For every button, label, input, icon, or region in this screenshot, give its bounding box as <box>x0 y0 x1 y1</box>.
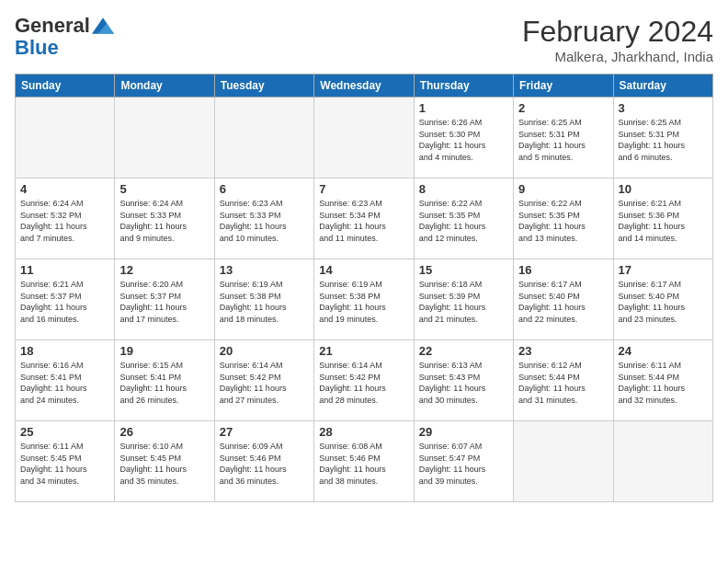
day-info: Sunrise: 6:19 AM Sunset: 5:38 PM Dayligh… <box>220 279 309 325</box>
day-number: 23 <box>518 344 608 358</box>
calendar-week-3: 11Sunrise: 6:21 AM Sunset: 5:37 PM Dayli… <box>16 259 713 340</box>
day-info: Sunrise: 6:14 AM Sunset: 5:42 PM Dayligh… <box>319 360 408 406</box>
calendar-cell <box>214 98 313 178</box>
header: General Blue February 2024 Malkera, Jhar… <box>15 15 713 64</box>
day-number: 3 <box>619 101 708 115</box>
title-block: February 2024 Malkera, Jharkhand, India <box>522 15 713 64</box>
calendar-header-row: SundayMondayTuesdayWednesdayThursdayFrid… <box>16 75 713 98</box>
day-number: 11 <box>20 263 109 277</box>
calendar-cell <box>115 98 214 178</box>
calendar-cell: 19Sunrise: 6:15 AM Sunset: 5:41 PM Dayli… <box>115 340 214 421</box>
day-info: Sunrise: 6:17 AM Sunset: 5:40 PM Dayligh… <box>619 279 708 325</box>
day-number: 10 <box>619 182 708 196</box>
calendar-cell: 22Sunrise: 6:13 AM Sunset: 5:43 PM Dayli… <box>414 340 513 421</box>
subtitle: Malkera, Jharkhand, India <box>522 49 713 64</box>
main-title: February 2024 <box>522 15 713 49</box>
day-number: 2 <box>518 101 608 115</box>
calendar-cell: 16Sunrise: 6:17 AM Sunset: 5:40 PM Dayli… <box>514 259 613 340</box>
weekday-header-monday: Monday <box>115 75 214 98</box>
day-info: Sunrise: 6:21 AM Sunset: 5:37 PM Dayligh… <box>20 279 109 325</box>
calendar-cell: 6Sunrise: 6:23 AM Sunset: 5:33 PM Daylig… <box>214 178 313 259</box>
logo: General Blue <box>15 15 114 59</box>
day-number: 13 <box>220 263 309 277</box>
calendar-week-1: 1Sunrise: 6:26 AM Sunset: 5:30 PM Daylig… <box>16 98 713 178</box>
calendar-cell: 5Sunrise: 6:24 AM Sunset: 5:33 PM Daylig… <box>115 178 214 259</box>
calendar-cell: 24Sunrise: 6:11 AM Sunset: 5:44 PM Dayli… <box>613 340 712 421</box>
day-info: Sunrise: 6:23 AM Sunset: 5:33 PM Dayligh… <box>220 198 309 244</box>
calendar-cell: 1Sunrise: 6:26 AM Sunset: 5:30 PM Daylig… <box>414 98 513 178</box>
calendar-cell: 27Sunrise: 6:09 AM Sunset: 5:46 PM Dayli… <box>214 421 313 502</box>
calendar-table: SundayMondayTuesdayWednesdayThursdayFrid… <box>15 74 713 502</box>
day-number: 18 <box>20 344 109 358</box>
logo-text-blue: Blue <box>15 37 59 59</box>
day-info: Sunrise: 6:11 AM Sunset: 5:44 PM Dayligh… <box>619 360 708 406</box>
calendar-cell: 18Sunrise: 6:16 AM Sunset: 5:41 PM Dayli… <box>16 340 115 421</box>
weekday-header-tuesday: Tuesday <box>214 75 313 98</box>
day-number: 28 <box>319 425 408 439</box>
calendar-cell: 20Sunrise: 6:14 AM Sunset: 5:42 PM Dayli… <box>214 340 313 421</box>
calendar-cell: 25Sunrise: 6:11 AM Sunset: 5:45 PM Dayli… <box>16 421 115 502</box>
day-number: 20 <box>220 344 309 358</box>
day-info: Sunrise: 6:13 AM Sunset: 5:43 PM Dayligh… <box>419 360 508 406</box>
calendar-week-5: 25Sunrise: 6:11 AM Sunset: 5:45 PM Dayli… <box>16 421 713 502</box>
day-info: Sunrise: 6:20 AM Sunset: 5:37 PM Dayligh… <box>119 279 209 325</box>
day-info: Sunrise: 6:26 AM Sunset: 5:30 PM Dayligh… <box>419 117 508 163</box>
day-info: Sunrise: 6:24 AM Sunset: 5:32 PM Dayligh… <box>20 198 109 244</box>
day-info: Sunrise: 6:22 AM Sunset: 5:35 PM Dayligh… <box>419 198 508 244</box>
day-info: Sunrise: 6:09 AM Sunset: 5:46 PM Dayligh… <box>220 441 309 487</box>
day-number: 21 <box>319 344 408 358</box>
calendar-cell: 2Sunrise: 6:25 AM Sunset: 5:31 PM Daylig… <box>514 98 613 178</box>
day-number: 5 <box>119 182 209 196</box>
day-number: 7 <box>319 182 408 196</box>
day-info: Sunrise: 6:16 AM Sunset: 5:41 PM Dayligh… <box>20 360 109 406</box>
day-info: Sunrise: 6:12 AM Sunset: 5:44 PM Dayligh… <box>518 360 608 406</box>
day-number: 29 <box>419 425 508 439</box>
day-info: Sunrise: 6:11 AM Sunset: 5:45 PM Dayligh… <box>20 441 109 487</box>
calendar-week-4: 18Sunrise: 6:16 AM Sunset: 5:41 PM Dayli… <box>16 340 713 421</box>
calendar-cell: 9Sunrise: 6:22 AM Sunset: 5:35 PM Daylig… <box>514 178 613 259</box>
day-info: Sunrise: 6:25 AM Sunset: 5:31 PM Dayligh… <box>619 117 708 163</box>
day-number: 15 <box>419 263 508 277</box>
day-info: Sunrise: 6:17 AM Sunset: 5:40 PM Dayligh… <box>518 279 608 325</box>
calendar-cell: 12Sunrise: 6:20 AM Sunset: 5:37 PM Dayli… <box>115 259 214 340</box>
day-number: 4 <box>20 182 109 196</box>
day-number: 12 <box>119 263 209 277</box>
day-number: 9 <box>518 182 608 196</box>
page: General Blue February 2024 Malkera, Jhar… <box>0 0 728 563</box>
calendar-cell <box>16 98 115 178</box>
calendar-cell <box>514 421 613 502</box>
day-number: 25 <box>20 425 109 439</box>
weekday-header-thursday: Thursday <box>414 75 513 98</box>
day-info: Sunrise: 6:21 AM Sunset: 5:36 PM Dayligh… <box>619 198 708 244</box>
day-info: Sunrise: 6:08 AM Sunset: 5:46 PM Dayligh… <box>319 441 408 487</box>
day-number: 6 <box>220 182 309 196</box>
calendar-cell: 26Sunrise: 6:10 AM Sunset: 5:45 PM Dayli… <box>115 421 214 502</box>
weekday-header-wednesday: Wednesday <box>314 75 414 98</box>
calendar-cell: 29Sunrise: 6:07 AM Sunset: 5:47 PM Dayli… <box>414 421 513 502</box>
calendar-cell: 23Sunrise: 6:12 AM Sunset: 5:44 PM Dayli… <box>514 340 613 421</box>
calendar-cell: 13Sunrise: 6:19 AM Sunset: 5:38 PM Dayli… <box>214 259 313 340</box>
calendar-cell: 28Sunrise: 6:08 AM Sunset: 5:46 PM Dayli… <box>314 421 414 502</box>
calendar-cell: 11Sunrise: 6:21 AM Sunset: 5:37 PM Dayli… <box>16 259 115 340</box>
day-number: 19 <box>119 344 209 358</box>
calendar-cell <box>314 98 414 178</box>
weekday-header-friday: Friday <box>514 75 613 98</box>
day-info: Sunrise: 6:07 AM Sunset: 5:47 PM Dayligh… <box>419 441 508 487</box>
calendar-cell: 3Sunrise: 6:25 AM Sunset: 5:31 PM Daylig… <box>613 98 712 178</box>
calendar-cell: 17Sunrise: 6:17 AM Sunset: 5:40 PM Dayli… <box>613 259 712 340</box>
day-info: Sunrise: 6:15 AM Sunset: 5:41 PM Dayligh… <box>119 360 209 406</box>
weekday-header-sunday: Sunday <box>16 75 115 98</box>
calendar-cell: 4Sunrise: 6:24 AM Sunset: 5:32 PM Daylig… <box>16 178 115 259</box>
day-number: 14 <box>319 263 408 277</box>
calendar-cell: 21Sunrise: 6:14 AM Sunset: 5:42 PM Dayli… <box>314 340 414 421</box>
day-info: Sunrise: 6:25 AM Sunset: 5:31 PM Dayligh… <box>518 117 608 163</box>
calendar-cell: 8Sunrise: 6:22 AM Sunset: 5:35 PM Daylig… <box>414 178 513 259</box>
day-info: Sunrise: 6:10 AM Sunset: 5:45 PM Dayligh… <box>119 441 209 487</box>
calendar-cell: 7Sunrise: 6:23 AM Sunset: 5:34 PM Daylig… <box>314 178 414 259</box>
day-number: 24 <box>619 344 708 358</box>
weekday-header-saturday: Saturday <box>613 75 712 98</box>
day-number: 26 <box>119 425 209 439</box>
day-info: Sunrise: 6:24 AM Sunset: 5:33 PM Dayligh… <box>119 198 209 244</box>
day-info: Sunrise: 6:18 AM Sunset: 5:39 PM Dayligh… <box>419 279 508 325</box>
day-info: Sunrise: 6:22 AM Sunset: 5:35 PM Dayligh… <box>518 198 608 244</box>
